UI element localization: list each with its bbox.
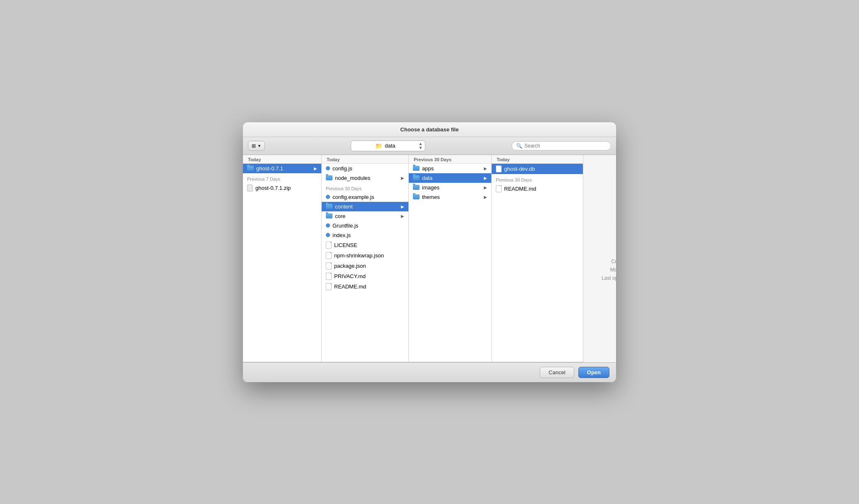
item-label: content xyxy=(335,204,398,210)
chevron-right-icon: ▶ xyxy=(484,166,487,171)
dialog-footer: Cancel Open xyxy=(243,362,616,382)
path-control: 📁 data ▲ ▼ xyxy=(269,141,507,151)
col2-header: Today xyxy=(322,155,408,164)
dot-indicator xyxy=(326,166,330,170)
created-label: Created xyxy=(592,259,616,264)
folder-icon xyxy=(413,194,420,199)
list-item[interactable]: PRIVACY.md xyxy=(322,271,408,281)
chevron-right-icon: ▶ xyxy=(401,176,404,180)
column-3: Previous 30 Days apps ▶ data ▶ images xyxy=(409,155,492,362)
modified-label: Modified xyxy=(592,267,616,273)
col4-header: Today xyxy=(492,155,583,164)
folder-path-icon: 📁 xyxy=(375,143,382,149)
item-label: images xyxy=(422,184,481,191)
folder-icon xyxy=(413,166,420,171)
list-item[interactable]: themes ▶ xyxy=(409,192,491,202)
list-item[interactable]: index.js xyxy=(322,230,408,240)
column-1: Today ghost-0.7.1 ▶ Previous 7 Days ghos… xyxy=(243,155,322,362)
db-file-icon xyxy=(496,165,502,172)
folder-icon xyxy=(326,175,332,180)
list-item[interactable]: README.md xyxy=(492,184,583,194)
file-icon xyxy=(326,273,332,280)
chevron-right-icon: ▶ xyxy=(401,204,404,209)
search-input[interactable] xyxy=(524,143,607,149)
cancel-button[interactable]: Cancel xyxy=(540,367,574,378)
col1-section2: Previous 7 Days xyxy=(243,173,321,183)
path-selector[interactable]: 📁 data ▲ ▼ xyxy=(351,141,425,151)
item-label: Gruntfile.js xyxy=(332,223,404,229)
item-label: data xyxy=(422,175,481,181)
column-4: Today ghost-dev.db Previous 30 Days READ… xyxy=(492,155,583,362)
file-chooser-dialog: Choose a database file ⊞ ▼ 📁 data ▲ ▼ 🔍 xyxy=(243,122,616,382)
preview-panel: ghost-dev.db 61 KB Created Today, 2:50 P… xyxy=(583,155,616,362)
item-label: README.md xyxy=(504,186,579,192)
file-icon xyxy=(326,252,332,259)
item-label: apps xyxy=(422,165,481,172)
item-label: config.js xyxy=(332,165,404,172)
list-item[interactable]: LICENSE xyxy=(322,240,408,250)
folder-icon xyxy=(326,204,332,209)
file-icon xyxy=(326,262,332,269)
list-item[interactable]: README.md xyxy=(322,281,408,292)
file-icon xyxy=(496,185,502,192)
list-item[interactable]: config.js xyxy=(322,164,408,173)
modified-row: Modified Today, 2:58 PM xyxy=(592,267,616,273)
chevron-down-icon: ▼ xyxy=(257,144,261,148)
chevron-right-icon: ▶ xyxy=(484,176,487,180)
list-item[interactable]: package.json xyxy=(322,261,408,271)
item-label: themes xyxy=(422,194,481,200)
dialog-title: Choose a database file xyxy=(400,126,459,133)
list-item[interactable]: ghost-dev.db xyxy=(492,164,583,174)
file-icon xyxy=(326,283,332,290)
add-tags-button[interactable]: Add Tags… xyxy=(592,284,616,289)
dot-indicator xyxy=(326,233,330,237)
zip-file-icon xyxy=(247,184,253,191)
folder-icon xyxy=(247,166,254,171)
search-icon: 🔍 xyxy=(516,143,522,149)
view-toggle-button[interactable]: ⊞ ▼ xyxy=(248,141,265,151)
dot-indicator xyxy=(326,195,330,199)
list-item[interactable]: core ▶ xyxy=(322,211,408,221)
col3-header: Previous 30 Days xyxy=(409,155,491,164)
col2-section2: Previous 30 Days xyxy=(322,183,408,192)
last-opened-row: Last opened Today, 2:58 PM xyxy=(592,275,616,281)
chevron-right-icon: ▶ xyxy=(484,195,487,199)
created-row: Created Today, 2:50 PM xyxy=(592,259,616,264)
preview-metadata: 61 KB Created Today, 2:50 PM Modified To… xyxy=(592,248,616,289)
browser-columns: Today ghost-0.7.1 ▶ Previous 7 Days ghos… xyxy=(243,155,583,362)
folder-icon xyxy=(413,185,420,190)
path-arrows: ▲ ▼ xyxy=(419,142,423,150)
file-icon xyxy=(326,242,332,249)
list-item[interactable]: ghost-0.7.1 ▶ xyxy=(243,164,321,173)
item-label: PRIVACY.md xyxy=(334,273,404,279)
column-2: Today config.js node_modules ▶ Previous … xyxy=(322,155,409,362)
last-opened-label: Last opened xyxy=(592,275,616,281)
item-label: index.js xyxy=(332,232,404,238)
list-item[interactable]: config.example.js xyxy=(322,192,408,202)
list-item[interactable]: npm-shrinkwrap.json xyxy=(322,250,408,261)
dot-indicator xyxy=(326,223,330,228)
item-label: npm-shrinkwrap.json xyxy=(334,252,404,259)
title-bar: Choose a database file xyxy=(243,122,616,137)
list-item[interactable]: node_modules ▶ xyxy=(322,173,408,183)
item-label: LICENSE xyxy=(334,242,404,248)
list-item[interactable]: images ▶ xyxy=(409,183,491,192)
chevron-right-icon: ▶ xyxy=(484,185,487,190)
open-button[interactable]: Open xyxy=(578,367,609,378)
chevron-right-icon: ▶ xyxy=(314,166,317,171)
item-label: ghost-dev.db xyxy=(504,166,579,172)
list-item[interactable]: data ▶ xyxy=(409,173,491,183)
list-item[interactable]: content ▶ xyxy=(322,202,408,211)
list-item[interactable]: Gruntfile.js xyxy=(322,221,408,230)
file-size: 61 KB xyxy=(592,248,616,254)
col1-header: Today xyxy=(243,155,321,164)
columns-area: Today ghost-0.7.1 ▶ Previous 7 Days ghos… xyxy=(243,155,616,362)
item-label: ghost-0.7.1 xyxy=(256,165,311,172)
list-item[interactable]: ghost-0.7.1.zip xyxy=(243,183,321,193)
search-box[interactable]: 🔍 xyxy=(512,141,611,150)
chevron-right-icon: ▶ xyxy=(401,214,404,218)
item-label: ghost-0.7.1.zip xyxy=(255,185,317,191)
list-item[interactable]: apps ▶ xyxy=(409,164,491,173)
folder-icon xyxy=(326,213,332,218)
grid-icon: ⊞ xyxy=(252,143,256,149)
